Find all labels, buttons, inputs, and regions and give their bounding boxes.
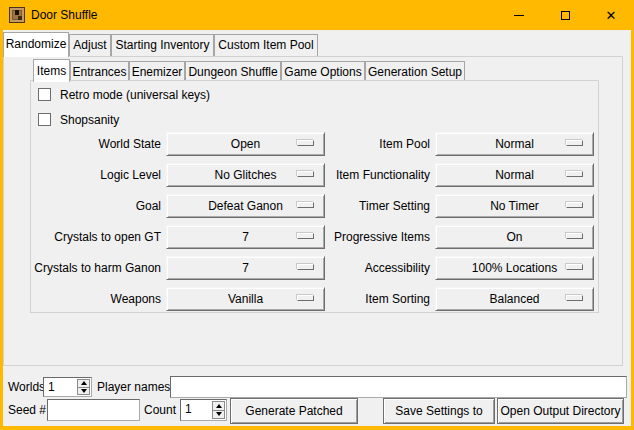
goal-label: Goal xyxy=(30,194,161,218)
worlds-spinner-arrows xyxy=(77,379,90,395)
logic-level-value: No Glitches xyxy=(214,168,276,182)
item-sorting-value: Balanced xyxy=(489,292,539,306)
door-icon-detail xyxy=(15,10,19,15)
item-sorting-label: Item Sorting xyxy=(298,287,430,311)
dropdown-indicator-icon xyxy=(566,264,583,270)
shopsanity-label: Shopsanity xyxy=(60,113,119,127)
worlds-value: 1 xyxy=(48,380,55,394)
count-value: 1 xyxy=(185,402,192,416)
generate-patched-rom-button[interactable]: Generate Patched Rom xyxy=(230,398,358,424)
weapons-value: Vanilla xyxy=(228,292,263,306)
tab-enemizer[interactable]: Enemizer xyxy=(129,61,185,80)
accessibility-label: Accessibility xyxy=(298,256,430,280)
item-functionality-label: Item Functionality xyxy=(298,163,430,187)
timer-setting-dropdown[interactable]: No Timer xyxy=(435,194,594,218)
crystals-gt-label: Crystals to open GT xyxy=(30,225,161,249)
seed-input[interactable] xyxy=(47,399,140,421)
close-button[interactable]: ✕ xyxy=(588,0,634,30)
item-sorting-dropdown[interactable]: Balanced xyxy=(435,287,594,311)
tab-starting-inventory[interactable]: Starting Inventory xyxy=(111,34,214,56)
item-functionality-value: Normal xyxy=(495,168,534,182)
close-icon: ✕ xyxy=(606,9,617,22)
tab-dungeon-shuffle[interactable]: Dungeon Shuffle xyxy=(185,61,281,80)
down-arrow-button[interactable] xyxy=(77,388,90,396)
item-pool-dropdown[interactable]: Normal xyxy=(435,132,594,156)
logic-level-label: Logic Level xyxy=(30,163,161,187)
open-output-directory-button[interactable]: Open Output Directory xyxy=(497,398,624,424)
save-settings-button[interactable]: Save Settings to File xyxy=(383,398,495,424)
dropdown-indicator-icon xyxy=(566,233,583,239)
tab-randomize[interactable]: Randomize xyxy=(3,32,69,57)
window-controls: ✕ xyxy=(496,0,634,30)
player-names-value xyxy=(171,377,626,379)
dropdown-indicator-icon xyxy=(566,171,583,177)
timer-setting-value: No Timer xyxy=(490,199,539,213)
progressive-items-value: On xyxy=(506,230,522,244)
item-pool-label: Item Pool xyxy=(298,132,430,156)
shopsanity-checkbox[interactable] xyxy=(38,113,51,126)
world-state-value: Open xyxy=(231,137,260,151)
down-arrow-button[interactable] xyxy=(212,411,225,420)
progressive-items-label: Progressive Items xyxy=(298,225,430,249)
item-functionality-dropdown[interactable]: Normal xyxy=(435,163,594,187)
player-names-input[interactable] xyxy=(170,376,627,398)
weapons-label: Weapons xyxy=(30,287,161,311)
seed-label: Seed # xyxy=(8,403,46,417)
tab-adjust[interactable]: Adjust xyxy=(69,34,111,56)
up-arrow-icon xyxy=(216,404,222,408)
window-titlebar[interactable]: Door Shuffle ✕ xyxy=(0,0,634,30)
worlds-label: Worlds xyxy=(8,380,45,394)
maximize-button[interactable] xyxy=(542,0,588,30)
minimize-icon xyxy=(514,15,524,16)
count-spinner-arrows xyxy=(212,401,225,419)
timer-setting-label: Timer Setting xyxy=(298,194,430,218)
worlds-spinner[interactable]: 1 xyxy=(43,377,92,397)
count-label: Count xyxy=(144,403,176,417)
door-icon-detail xyxy=(18,16,22,20)
accessibility-dropdown[interactable]: 100% Locations xyxy=(435,256,594,280)
window-body: Randomize Adjust Starting Inventory Cust… xyxy=(3,30,631,426)
dropdown-indicator-icon xyxy=(566,140,583,146)
accessibility-value: 100% Locations xyxy=(472,261,557,275)
dropdown-indicator-icon xyxy=(566,295,583,301)
window-title: Door Shuffle xyxy=(31,0,98,30)
retro-mode-checkbox[interactable] xyxy=(38,88,51,101)
crystals-ganon-value: 7 xyxy=(242,261,249,275)
up-arrow-button[interactable] xyxy=(212,401,225,411)
minimize-button[interactable] xyxy=(496,0,542,30)
progressive-items-dropdown[interactable]: On xyxy=(435,225,594,249)
down-arrow-icon xyxy=(81,389,87,393)
down-arrow-icon xyxy=(216,412,222,416)
item-pool-value: Normal xyxy=(495,137,534,151)
seed-value xyxy=(48,400,139,402)
up-arrow-icon xyxy=(81,381,87,385)
retro-mode-label: Retro mode (universal keys) xyxy=(60,88,210,102)
tab-game-options[interactable]: Game Options xyxy=(281,61,365,80)
maximize-icon xyxy=(561,11,570,20)
world-state-label: World State xyxy=(30,132,161,156)
tab-custom-item-pool[interactable]: Custom Item Pool xyxy=(214,34,318,56)
count-spinner[interactable]: 1 xyxy=(180,399,227,421)
player-names-label: Player names xyxy=(97,380,170,394)
tab-items[interactable]: Items xyxy=(33,59,70,82)
tab-generation-setup[interactable]: Generation Setup xyxy=(365,61,465,80)
dropdown-indicator-icon xyxy=(566,202,583,208)
up-arrow-button[interactable] xyxy=(77,379,90,388)
goal-value: Defeat Ganon xyxy=(208,199,283,213)
crystals-gt-value: 7 xyxy=(242,230,249,244)
door-icon xyxy=(9,7,25,23)
app-window: Door Shuffle ✕ Randomize Adjust Starting… xyxy=(0,0,634,430)
tab-entrances[interactable]: Entrances xyxy=(70,61,129,80)
crystals-ganon-label: Crystals to harm Ganon xyxy=(30,256,161,280)
